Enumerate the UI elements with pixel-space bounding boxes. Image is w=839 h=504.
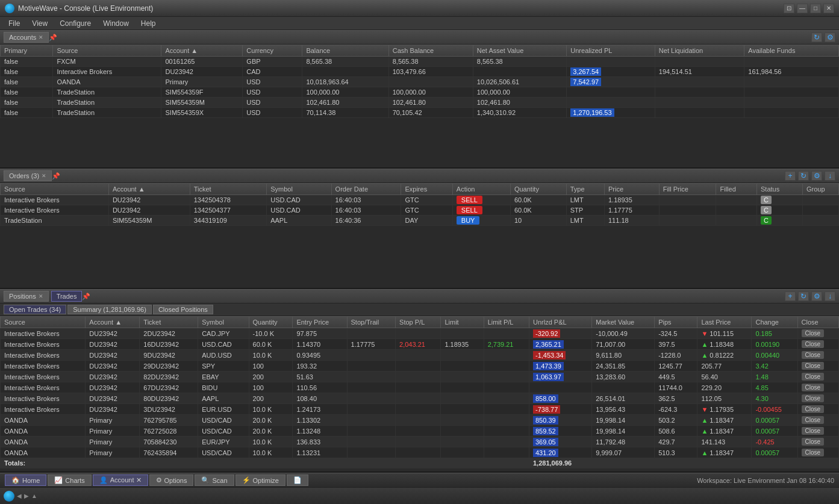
- pos-col-marketvalue[interactable]: Market Value: [592, 317, 655, 328]
- statusbar-account-tab[interactable]: 👤 Account ✕: [93, 474, 148, 486]
- accounts-col-account[interactable]: Account ▲: [161, 45, 243, 57]
- pos-col-quantity[interactable]: Quantity: [249, 317, 293, 328]
- trades-tab[interactable]: Trades: [51, 291, 83, 302]
- pos-col-stoptrail[interactable]: Stop/Trail: [347, 317, 396, 328]
- close-position-button[interactable]: Close: [802, 427, 825, 435]
- orders-col-orderdate[interactable]: Order Date: [331, 184, 401, 195]
- orders-refresh-button[interactable]: ↻: [798, 171, 809, 181]
- maximize-button[interactable]: □: [810, 4, 821, 13]
- pos-col-unrlzdpl[interactable]: Unrlzd P&L: [529, 317, 591, 328]
- close-position-button[interactable]: Close: [802, 449, 825, 456]
- table-row[interactable]: OANDA Primary 705884230 EUR/JPY 10.0 K 1…: [1, 437, 839, 447]
- table-row[interactable]: OANDA Primary 762795785 USD/CAD 20.0 K 1…: [1, 415, 839, 426]
- accounts-pin-icon[interactable]: 📌: [49, 34, 57, 42]
- table-row[interactable]: false TradeStation SIM554359M USD 102,46…: [1, 98, 839, 108]
- restore-button[interactable]: ⊡: [784, 4, 794, 13]
- accounts-col-cashbalance[interactable]: Cash Balance: [388, 45, 473, 57]
- pos-col-change[interactable]: Change: [752, 317, 797, 328]
- action-sell-btn[interactable]: SELL: [457, 206, 482, 214]
- orders-col-quantity[interactable]: Quantity: [510, 184, 566, 195]
- close-cell[interactable]: Close: [797, 350, 838, 361]
- close-cell[interactable]: Close: [797, 404, 838, 415]
- accounts-col-availablefunds[interactable]: Available Funds: [744, 45, 839, 57]
- close-position-button[interactable]: Close: [802, 373, 825, 381]
- orders-tab[interactable]: Orders (3) ✕: [4, 170, 52, 181]
- positions-export-button[interactable]: ↓: [825, 291, 835, 301]
- menu-configure[interactable]: Configure: [54, 18, 97, 29]
- action-buy-btn[interactable]: BUY: [457, 216, 480, 225]
- close-cell[interactable]: Close: [797, 393, 838, 404]
- close-position-button[interactable]: Close: [802, 405, 825, 413]
- table-row[interactable]: Interactive Brokers DU23942 82DU23942 EB…: [1, 372, 839, 382]
- pos-col-limitpl[interactable]: Limit P/L: [484, 317, 529, 328]
- statusbar-optimize-tab[interactable]: ⚡ Optimize: [235, 474, 285, 486]
- orders-col-action[interactable]: Action: [452, 184, 510, 195]
- close-cell[interactable]: Close: [797, 339, 838, 350]
- table-row[interactable]: false TradeStation SIM554359X USD 70,114…: [1, 108, 839, 118]
- accounts-col-primary[interactable]: Primary: [1, 45, 53, 57]
- positions-tab-close[interactable]: ✕: [39, 293, 43, 299]
- pos-col-stoppl[interactable]: Stop P/L: [396, 317, 441, 328]
- positions-summary-tab[interactable]: Summary (1,281,069.96): [67, 305, 152, 314]
- close-cell[interactable]: Close: [797, 372, 838, 382]
- accounts-col-balance[interactable]: Balance: [302, 45, 388, 57]
- orders-col-price[interactable]: Price: [605, 184, 660, 195]
- table-row[interactable]: Interactive Brokers DU23942 3DU23942 EUR…: [1, 404, 839, 415]
- menu-view[interactable]: View: [26, 18, 54, 29]
- orders-col-filled[interactable]: Filled: [716, 184, 757, 195]
- orders-col-account[interactable]: Account ▲: [108, 184, 190, 195]
- orders-col-type[interactable]: Type: [566, 184, 604, 195]
- table-row[interactable]: OANDA Primary 762725028 USD/CAD 20.0 K 1…: [1, 426, 839, 437]
- table-row[interactable]: OANDA Primary 762435894 USD/CAD 10.0 K 1…: [1, 447, 839, 458]
- accounts-col-netliquidation[interactable]: Net Liquidation: [655, 45, 744, 57]
- positions-add-button[interactable]: +: [785, 291, 796, 301]
- close-position-button[interactable]: Close: [802, 394, 825, 402]
- menu-file[interactable]: File: [2, 18, 26, 29]
- close-cell[interactable]: Close: [797, 361, 838, 372]
- pos-col-pips[interactable]: Pips: [655, 317, 697, 328]
- taskbar-arrow-up[interactable]: ▲: [31, 493, 37, 499]
- close-cell[interactable]: Close: [797, 415, 838, 426]
- close-cell[interactable]: Close: [797, 328, 838, 339]
- accounts-tab[interactable]: Accounts ✕: [4, 32, 49, 43]
- close-position-button[interactable]: Close: [802, 362, 825, 370]
- pos-col-account[interactable]: Account ▲: [86, 317, 140, 328]
- table-row[interactable]: Interactive Brokers DU23942 1342504378 U…: [1, 195, 839, 205]
- statusbar-scan-tab[interactable]: 🔍 Scan: [195, 474, 234, 486]
- statusbar-options-tab[interactable]: ⚙ Options: [149, 474, 194, 486]
- orders-export-button[interactable]: ↓: [825, 171, 835, 181]
- orders-add-button[interactable]: +: [785, 171, 796, 181]
- accounts-col-source[interactable]: Source: [53, 45, 161, 57]
- taskbar-arrow-right[interactable]: ▶: [24, 493, 29, 499]
- accounts-refresh-button[interactable]: ↻: [811, 33, 822, 42]
- accounts-col-unrealizedpl[interactable]: Unrealized PL: [567, 45, 655, 57]
- accounts-tab-close[interactable]: ✕: [39, 34, 43, 40]
- positions-settings-button[interactable]: ⚙: [811, 291, 822, 301]
- taskbar-arrow-left[interactable]: ◀: [17, 493, 22, 499]
- table-row[interactable]: Interactive Brokers DU23942 80DU23942 AA…: [1, 393, 839, 404]
- close-cell[interactable]: Close: [797, 382, 838, 393]
- pos-col-limit[interactable]: Limit: [441, 317, 484, 328]
- orders-col-expires[interactable]: Expires: [401, 184, 452, 195]
- table-row[interactable]: Interactive Brokers DU23942 9DU23942 AUD…: [1, 350, 839, 361]
- orders-col-fillprice[interactable]: Fill Price: [659, 184, 716, 195]
- statusbar-home-tab[interactable]: 🏠 Home: [5, 474, 46, 486]
- table-row[interactable]: TradeStation SIM554359M 344319109 AAPL 1…: [1, 216, 839, 226]
- table-row[interactable]: false TradeStation SIM554359F USD 100,00…: [1, 87, 839, 98]
- positions-tab[interactable]: Positions ✕: [4, 291, 49, 302]
- pos-col-source[interactable]: Source: [1, 317, 86, 328]
- close-position-button[interactable]: Close: [802, 351, 825, 359]
- close-position-button[interactable]: Close: [802, 438, 825, 446]
- pos-col-entryprice[interactable]: Entry Price: [293, 317, 347, 328]
- orders-pin-icon[interactable]: 📌: [52, 172, 60, 180]
- positions-opentrades-tab[interactable]: Open Trades (34): [4, 305, 66, 314]
- table-row[interactable]: Interactive Brokers DU23942 16DU23942 US…: [1, 339, 839, 350]
- positions-pin-icon[interactable]: 📌: [82, 293, 90, 300]
- orders-col-group[interactable]: Group: [803, 184, 839, 195]
- orders-col-status[interactable]: Status: [756, 184, 802, 195]
- close-position-button[interactable]: Close: [802, 384, 825, 391]
- orders-col-ticket[interactable]: Ticket: [190, 184, 266, 195]
- table-row[interactable]: false OANDA Primary USD 10,018,963.64 10…: [1, 77, 839, 87]
- accounts-col-currency[interactable]: Currency: [243, 45, 302, 57]
- table-row[interactable]: Interactive Brokers DU23942 67DU23942 BI…: [1, 382, 839, 393]
